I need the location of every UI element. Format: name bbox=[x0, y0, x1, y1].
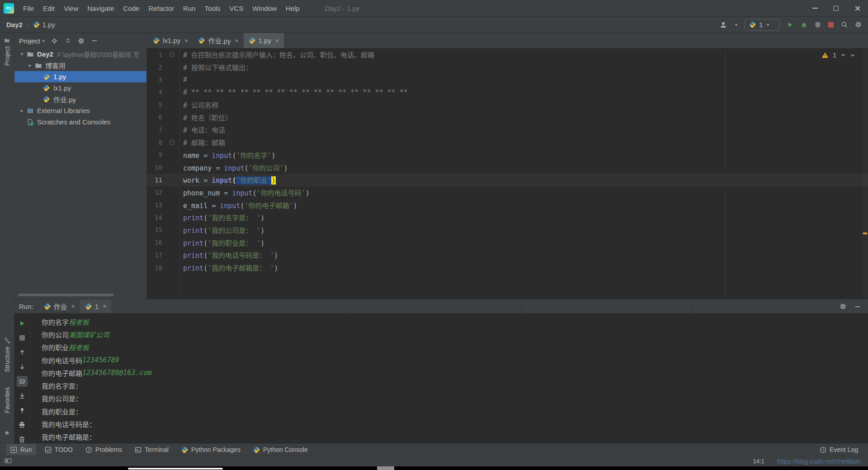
breadcrumb-project[interactable]: Day2 bbox=[6, 21, 23, 28]
menu-item-tools[interactable]: Tools bbox=[200, 3, 225, 14]
code-line[interactable]: 16print('我的职业是： ') bbox=[147, 236, 868, 249]
tab-close-icon[interactable]: × bbox=[103, 303, 106, 310]
tab-close-icon[interactable]: × bbox=[275, 37, 279, 44]
toolwindow-button-problems[interactable]: Problems bbox=[81, 444, 126, 456]
code-line[interactable]: 8−# 邮箱：邮箱 bbox=[147, 136, 868, 149]
maximize-button[interactable] bbox=[826, 0, 847, 17]
toolwindow-button-terminal[interactable]: Terminal bbox=[131, 444, 173, 456]
warning-icon[interactable] bbox=[821, 52, 829, 58]
project-horizontal-scrollbar[interactable] bbox=[18, 294, 114, 296]
close-button[interactable] bbox=[847, 0, 868, 17]
run-config-selector[interactable]: 1 ▾ bbox=[745, 19, 780, 31]
tree-item-Day2[interactable]: ▾Day2F:\python基础\2020基础班 写 bbox=[14, 48, 146, 60]
tree-item-Scratches and Consoles[interactable]: Scratches and Consoles bbox=[14, 116, 146, 128]
rerun-button[interactable] bbox=[17, 318, 28, 329]
code-line[interactable]: 14print('我的名字是： ') bbox=[147, 211, 868, 224]
user-icon[interactable] bbox=[720, 21, 727, 28]
tree-item-External Libraries[interactable]: ▸External Libraries bbox=[14, 105, 146, 116]
editor-tab-lx1.py[interactable]: lx1.py× bbox=[148, 33, 193, 48]
search-everywhere-button[interactable] bbox=[841, 21, 848, 28]
settings-icon[interactable] bbox=[78, 38, 85, 44]
star-icon[interactable]: ★ bbox=[4, 429, 10, 437]
fold-icon[interactable]: − bbox=[170, 140, 175, 145]
editor-body[interactable]: 1−# 在控制台依次提示用户输入：姓名、公司、职位、电话、邮箱2# 按照以下格式… bbox=[147, 48, 868, 299]
run-button[interactable] bbox=[787, 22, 793, 28]
soft-wrap-button[interactable] bbox=[17, 376, 28, 387]
menu-item-vcs[interactable]: VCS bbox=[225, 3, 248, 14]
fold-icon[interactable]: − bbox=[170, 52, 175, 57]
minimize-button[interactable] bbox=[804, 0, 826, 17]
code-line[interactable]: 15print('我的公司是： ') bbox=[147, 224, 868, 237]
code-line[interactable]: 3# bbox=[147, 73, 868, 86]
tab-close-icon[interactable]: × bbox=[235, 37, 238, 44]
debug-button[interactable] bbox=[801, 21, 807, 28]
code-line[interactable]: 6# 姓名（职位） bbox=[147, 111, 868, 123]
tree-item-博客用[interactable]: ▸博客用 bbox=[14, 60, 146, 71]
print-button[interactable] bbox=[17, 419, 28, 430]
toolwindow-button-python-console[interactable]: Python Console bbox=[249, 444, 312, 456]
toolwindow-favorites-button[interactable]: Favorites bbox=[4, 387, 11, 413]
code-line[interactable]: 12phone_num = input('你的电话号码') bbox=[147, 186, 868, 199]
locate-icon[interactable] bbox=[51, 38, 58, 44]
stop-button[interactable] bbox=[828, 22, 834, 28]
menu-item-view[interactable]: View bbox=[59, 3, 83, 14]
editor-tab-1.py[interactable]: 1.py× bbox=[244, 33, 284, 48]
toolwindow-switcher-icon[interactable] bbox=[5, 458, 12, 465]
code-line[interactable]: 9name = input('你的名字') bbox=[147, 149, 868, 161]
code-line[interactable]: 13e_mail = input('你的电子邮箱') bbox=[147, 199, 868, 211]
tree-item-作业.py[interactable]: 作业.py bbox=[14, 94, 146, 105]
run-tab-1[interactable]: 1× bbox=[80, 299, 112, 313]
settings-button[interactable] bbox=[855, 21, 862, 28]
up-button[interactable] bbox=[17, 347, 28, 358]
code-line[interactable]: 18print('我的电子邮箱是： ') bbox=[147, 261, 868, 274]
menu-item-file[interactable]: File bbox=[19, 3, 38, 14]
code-line[interactable]: 4# ** ** ** ** ** ** ** ** ** ** ** ** *… bbox=[147, 86, 868, 99]
hide-toolwindow-icon[interactable] bbox=[854, 304, 861, 310]
editor-tab-作业.py[interactable]: 作业.py× bbox=[193, 33, 243, 48]
tab-close-icon[interactable]: × bbox=[184, 37, 188, 44]
down-button[interactable] bbox=[17, 361, 28, 372]
user-dropdown-icon[interactable]: ▾ bbox=[735, 22, 737, 27]
scroll-end-button[interactable] bbox=[17, 390, 28, 401]
next-warning-icon[interactable] bbox=[850, 52, 855, 58]
tree-item-lx1.py[interactable]: lx1.py bbox=[14, 82, 146, 94]
menu-item-run[interactable]: Run bbox=[179, 3, 200, 14]
editor-scrollbar[interactable] bbox=[862, 48, 868, 299]
caret-position[interactable]: 14:1 bbox=[753, 458, 764, 465]
chevron-down-icon[interactable]: ▾ bbox=[42, 38, 45, 43]
event-log-button[interactable]: Event Log bbox=[820, 446, 862, 453]
code-line[interactable]: 11work = input('你的职业') bbox=[147, 174, 868, 186]
pin-button[interactable] bbox=[17, 405, 28, 416]
breadcrumb-file[interactable]: 1.py bbox=[33, 21, 55, 28]
toolwindow-button-run[interactable]: Run bbox=[6, 444, 36, 456]
run-tab-作业[interactable]: 作业× bbox=[39, 299, 80, 313]
collapse-icon[interactable] bbox=[65, 38, 71, 44]
run-settings-icon[interactable] bbox=[840, 303, 846, 310]
toolwindow-button-todo[interactable]: TODO bbox=[41, 444, 77, 456]
menu-item-refactor[interactable]: Refactor bbox=[144, 3, 179, 14]
tree-item-1.py[interactable]: 1.py bbox=[14, 71, 146, 82]
tab-close-icon[interactable]: × bbox=[71, 303, 75, 310]
toolwindow-structure-button[interactable]: Structure bbox=[4, 337, 11, 372]
stop-button[interactable] bbox=[17, 332, 28, 343]
code-line[interactable]: 2# 按照以下格式输出： bbox=[147, 61, 868, 74]
menu-item-code[interactable]: Code bbox=[118, 3, 144, 14]
menu-item-navigate[interactable]: Navigate bbox=[83, 3, 118, 14]
project-panel-title[interactable]: Project bbox=[19, 37, 40, 45]
coverage-button[interactable] bbox=[815, 21, 821, 28]
code-line[interactable]: 5# 公司名称 bbox=[147, 99, 868, 111]
python-icon bbox=[44, 303, 51, 310]
menu-item-window[interactable]: Window bbox=[248, 3, 281, 14]
code-line[interactable]: 17print('我的电话号码是： ') bbox=[147, 249, 868, 261]
previous-warning-icon[interactable] bbox=[840, 52, 846, 58]
toolwindow-button-python-packages[interactable]: Python Packages bbox=[177, 444, 245, 456]
code-line[interactable]: 10company = input('你的公司') bbox=[147, 161, 868, 174]
code-line[interactable]: 7# 电话：电话 bbox=[147, 123, 868, 136]
console-output[interactable]: 你的名字程老板你的公司美国煤矿公司你的职业程老板你的电话号码123456789你… bbox=[30, 313, 868, 445]
menu-item-help[interactable]: Help bbox=[281, 3, 304, 14]
toolwindow-project-button[interactable]: Project bbox=[4, 38, 11, 66]
warning-stripe-mark[interactable] bbox=[863, 233, 867, 234]
hide-icon[interactable] bbox=[91, 38, 98, 44]
menu-item-edit[interactable]: Edit bbox=[38, 3, 59, 14]
code-line[interactable]: 1−# 在控制台依次提示用户输入：姓名、公司、职位、电话、邮箱 bbox=[147, 48, 868, 61]
